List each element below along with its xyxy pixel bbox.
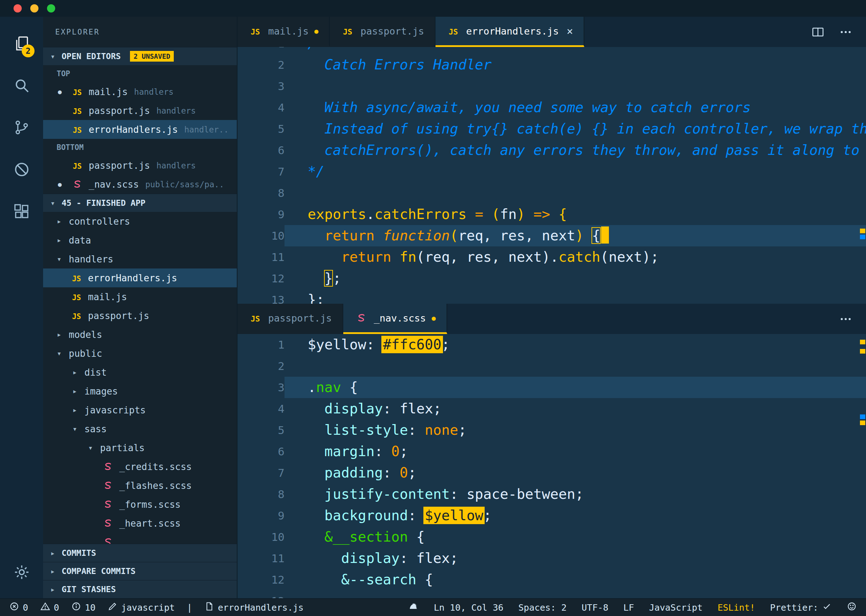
js-file-icon: JS (248, 26, 262, 37)
tree-folder[interactable]: ▸data (43, 231, 237, 250)
line-number: 8 (237, 182, 284, 204)
open-editor-item[interactable]: JSpassport.jshandlers (43, 156, 237, 175)
status-errors[interactable]: 0 (9, 602, 28, 613)
explorer-icon[interactable]: 2 (0, 22, 43, 64)
status-cursor-position[interactable]: Ln 10, Col 36 (434, 602, 503, 613)
search-icon[interactable] (0, 64, 43, 107)
open-editors-label: OPEN EDITORS (61, 52, 121, 61)
tab-bar: JSpassport.js_nav.scss● (237, 304, 866, 334)
tab-errorHandlers.js[interactable]: JSerrorHandlers.js× (435, 17, 584, 47)
tree-file[interactable]: JSmail.js (43, 288, 237, 306)
line-content: list-style: none; (284, 420, 866, 441)
status-eol[interactable]: LF (624, 602, 634, 613)
source-control-icon[interactable] (0, 107, 43, 148)
tree-folder[interactable]: ▸javascripts (43, 401, 237, 420)
status-pet[interactable] (409, 602, 419, 613)
status-label: 0 (23, 602, 28, 613)
item-label: _credits.scss (119, 462, 192, 472)
editor-group-bottom: JSpassport.js_nav.scss●1$yellow: #ffc600… (237, 304, 866, 598)
more-icon[interactable] (839, 312, 852, 326)
item-label: partials (100, 443, 145, 453)
settings-icon[interactable] (0, 551, 43, 593)
open-editor-item[interactable]: ●_nav.scsspublic/sass/pa.. (43, 175, 237, 194)
code-line: 12 &--search { (237, 569, 866, 590)
line-content: exports.catchErrors = (fn) => { (284, 204, 866, 225)
status-infos[interactable]: 10 (71, 602, 96, 613)
debug-disabled-icon[interactable] (0, 148, 43, 190)
tree-folder[interactable]: ▸images (43, 382, 237, 401)
close-window-button[interactable] (14, 4, 22, 13)
section-commits[interactable]: ▸COMMITS (43, 544, 237, 562)
line-number: 4 (237, 398, 284, 420)
status-language-mode[interactable]: JavaScript (649, 602, 703, 613)
split-editor-icon[interactable] (811, 25, 825, 39)
js-file-icon: JS (446, 26, 461, 37)
status-scope-language[interactable]: javascript (107, 602, 175, 613)
tab-mail.js[interactable]: JSmail.js● (237, 17, 330, 47)
status-active-file[interactable]: errorHandlers.js (204, 602, 304, 613)
open-editor-item[interactable]: JSpassport.jshandlers (43, 101, 237, 120)
chevron-right-icon: ▸ (69, 387, 80, 396)
section-git-stashes[interactable]: ▸GIT STASHES (43, 580, 237, 598)
tree-folder[interactable]: ▸models (43, 325, 237, 344)
code-scroll: 1$yellow: #ffc600;23.nav {4 display: fle… (237, 334, 866, 598)
code-line: 1$yellow: #ffc600; (237, 334, 866, 355)
more-icon[interactable] (839, 25, 852, 39)
tree-folder[interactable]: ▾partials (43, 438, 237, 457)
tree-file[interactable]: _credits.scss (43, 457, 237, 476)
tab-_nav.scss[interactable]: _nav.scss● (343, 304, 447, 334)
status-label: 0 (54, 602, 59, 613)
tree-file[interactable]: JSpassport.js (43, 306, 237, 325)
status-label: errorHandlers.js (218, 602, 304, 613)
file-name: _nav.scss (89, 179, 139, 190)
tab-passport.js[interactable]: JSpassport.js (237, 304, 343, 334)
open-editors-group-label: TOP (43, 65, 237, 82)
code-line: 5 Instead of using try{} catch(e) {} in … (237, 118, 866, 140)
status-encoding[interactable]: UTF-8 (582, 602, 608, 613)
code-editor[interactable]: 1/*2 Catch Errors Handler34 With async/a… (237, 47, 866, 304)
tree-file[interactable]: _forms.scss (43, 495, 237, 514)
code-scroll: 1/*2 Catch Errors Handler34 With async/a… (237, 47, 866, 304)
code-editor[interactable]: 1$yellow: #ffc600;23.nav {4 display: fle… (237, 334, 866, 598)
status-eslint[interactable]: ESLint! (718, 602, 755, 613)
code-line: 12 }; (237, 268, 866, 289)
close-icon[interactable]: × (567, 25, 573, 38)
tree-folder[interactable]: ▾sass (43, 420, 237, 438)
tree-folder[interactable]: ▾public (43, 344, 237, 363)
js-file-icon: JS (69, 292, 84, 302)
open-editors-header[interactable]: ▾ OPEN EDITORS 2 UNSAVED (43, 47, 237, 65)
status-warnings[interactable]: 0 (40, 602, 59, 613)
chevron-right-icon: ▸ (54, 236, 64, 245)
status-indentation[interactable]: Spaces: 2 (519, 602, 567, 613)
tree-file[interactable]: JSerrorHandlers.js (43, 269, 237, 288)
tab-passport.js[interactable]: JSpassport.js (330, 17, 435, 47)
open-editor-item[interactable]: JSerrorHandlers.jshandler.. (43, 120, 237, 139)
line-number: 6 (237, 140, 284, 161)
chevron-right-icon: ▸ (48, 549, 57, 558)
explorer-title: EXPLORER (43, 17, 237, 47)
section-label: COMMITS (61, 548, 96, 558)
overview-ruler-mark (860, 340, 865, 344)
status-separator[interactable]: | (187, 602, 192, 613)
line-content: With async/await, you need some way to c… (284, 97, 866, 118)
tree-folder[interactable]: ▸dist (43, 363, 237, 382)
status-bar: 0010javascript|errorHandlers.js Ln 10, C… (0, 598, 866, 616)
tree-folder[interactable]: ▾handlers (43, 250, 237, 269)
zoom-window-button[interactable] (47, 4, 55, 13)
project-section-header[interactable]: ▾ 45 - FINISHED APP (43, 194, 237, 212)
code-line: 6 catchErrors(), catch any errors they t… (237, 140, 866, 161)
status-prettier[interactable]: Prettier: (770, 602, 832, 613)
sass-file-icon (101, 518, 115, 529)
status-feedback[interactable] (847, 602, 857, 613)
extensions-icon[interactable] (0, 190, 43, 233)
tree-file[interactable]: _heart.scss (43, 514, 237, 533)
modified-dot-icon: ● (432, 314, 435, 322)
tree-folder[interactable]: ▸controllers (43, 212, 237, 231)
open-editor-item[interactable]: ●JSmail.jshandlers (43, 82, 237, 101)
tree-file[interactable] (43, 533, 237, 544)
item-label: images (84, 386, 118, 397)
minimize-window-button[interactable] (30, 4, 38, 13)
tree-file[interactable]: _flashes.scss (43, 476, 237, 495)
section-compare-commits[interactable]: ▸COMPARE COMMITS (43, 562, 237, 580)
item-label: errorHandlers.js (88, 273, 177, 283)
